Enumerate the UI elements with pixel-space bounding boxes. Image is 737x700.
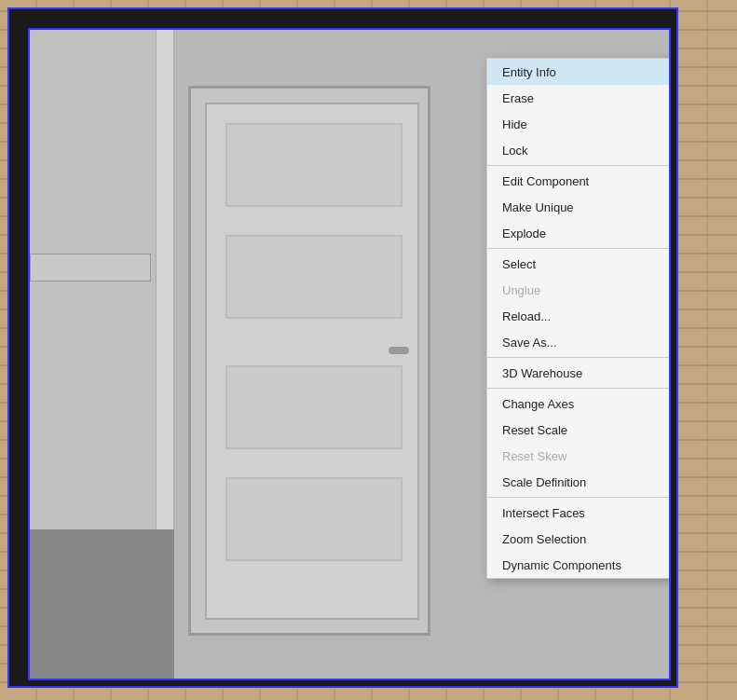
menu-label-entity-info: Entity Info [502,65,671,79]
menu-label-dynamic-components: Dynamic Components [502,558,671,572]
menu-item-scale-definition[interactable]: Scale Definition [487,469,671,495]
menu-label-reset-skew: Reset Skew [502,449,671,463]
menu-item-erase[interactable]: EraseDel [487,85,671,111]
menu-item-dynamic-components[interactable]: Dynamic Components▶ [487,552,671,578]
menu-label-change-axes: Change Axes [502,397,671,411]
menu-label-scale-definition: Scale Definition [502,475,671,489]
menu-item-reset-scale[interactable]: Reset Scale [487,417,671,443]
menu-item-zoom-selection[interactable]: Zoom Selection [487,526,671,552]
menu-label-make-unique: Make Unique [502,200,671,214]
menu-item-entity-info[interactable]: Entity Info [487,59,671,85]
menu-item-unglue: Unglue [487,277,671,303]
door-slab [205,103,419,620]
menu-item-edit-component[interactable]: Edit Component [487,168,671,194]
context-menu: Entity InfoEraseDelHideLockEdit Componen… [486,58,671,579]
menu-label-hide: Hide [502,117,671,131]
menu-item-reload[interactable]: Reload... [487,303,671,329]
shelf [30,254,151,281]
menu-separator-after-save-as [487,357,671,358]
menu-label-3d-warehouse: 3D Warehouse [502,366,671,380]
door-panel-bottom [225,477,403,561]
menu-label-reload: Reload... [502,309,671,323]
menu-item-select[interactable]: Select▶ [487,251,671,277]
door-panel-upper-mid [225,235,403,319]
menu-label-select: Select [502,257,671,271]
menu-label-explode: Explode [502,226,671,240]
menu-item-3d-warehouse[interactable]: 3D Warehouse▶ [487,360,671,386]
menu-item-reset-skew: Reset Skew [487,443,671,469]
menu-label-save-as: Save As... [502,336,671,350]
menu-label-erase: Erase [502,91,671,105]
menu-item-explode[interactable]: Explode [487,220,671,246]
menu-label-zoom-selection: Zoom Selection [502,532,671,546]
menu-label-edit-component: Edit Component [502,174,671,188]
menu-item-intersect-faces[interactable]: Intersect Faces▶ [487,500,671,526]
menu-label-unglue: Unglue [502,283,671,297]
viewport-frame: Entity InfoEraseDelHideLockEdit Componen… [7,7,678,688]
menu-separator-after-3d-warehouse [487,388,671,389]
menu-separator-after-lock [487,165,671,166]
door-handle [389,347,409,354]
menu-item-lock[interactable]: Lock [487,137,671,163]
door-frame [188,86,430,636]
menu-label-reset-scale: Reset Scale [502,423,671,437]
menu-item-change-axes[interactable]: Change Axes [487,391,671,417]
dark-floor-area [30,529,174,679]
menu-label-lock: Lock [502,144,671,158]
menu-separator-after-explode [487,248,671,249]
menu-item-hide[interactable]: Hide [487,111,671,137]
menu-separator-after-scale-definition [487,497,671,498]
menu-label-intersect-faces: Intersect Faces [502,506,671,520]
door-panel-top [225,123,403,207]
menu-item-make-unique[interactable]: Make Unique [487,194,671,220]
scene-viewport: Entity InfoEraseDelHideLockEdit Componen… [28,28,671,680]
door-panel-lower-mid [225,365,403,449]
menu-item-save-as[interactable]: Save As... [487,329,671,355]
